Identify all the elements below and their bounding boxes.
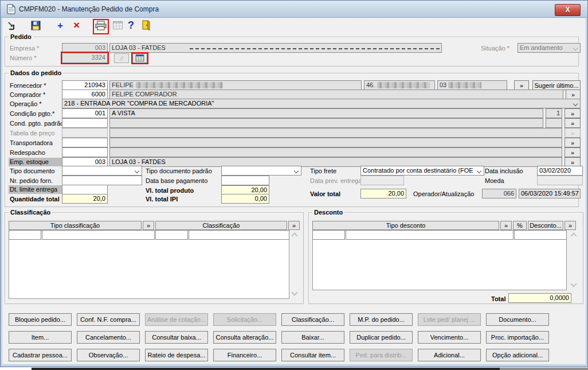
desconto-row-cell[interactable]	[346, 230, 513, 240]
redespacho-label: Redespacho	[10, 149, 45, 157]
button-opcao-adicional[interactable]: Opção adicional...	[486, 349, 549, 361]
condicao-lookup-button[interactable]: »	[565, 108, 581, 118]
button-documento[interactable]: Documento...	[486, 313, 549, 326]
add-icon[interactable]: +	[57, 20, 63, 32]
button-vencimento[interactable]: Vencimento...	[418, 331, 481, 344]
button-cancelamento[interactable]: Cancelamento...	[77, 331, 140, 344]
button-baixar[interactable]: Baixar...	[281, 331, 344, 344]
col-header-classificacao[interactable]: Classificação	[155, 221, 287, 230]
nr-pedido-forn-field[interactable]	[62, 176, 142, 185]
fornecedor-cnpj-field: 46.	[364, 80, 435, 90]
scroll-down-icon[interactable]	[291, 289, 297, 295]
classificacao-list-area[interactable]	[9, 230, 289, 299]
group-dados-title: Dados do pedido	[9, 69, 63, 77]
operacao-dropdown[interactable]: 218 - ENTRADA POR "COMPRA DE MERCADORIA"	[62, 99, 581, 108]
button-consulta-alteracao[interactable]: Consulta alteração...	[213, 331, 276, 344]
col-header-lookup[interactable]: »	[565, 221, 576, 230]
button-duplicar-pedido[interactable]: Duplicar pedido...	[350, 331, 413, 344]
scroll-down-icon[interactable]	[570, 281, 577, 287]
col-header-tipo-desconto[interactable]: Tipo desconto	[312, 221, 499, 230]
situacao-label: Situação *	[481, 44, 509, 53]
button-classificacao[interactable]: Classificação...	[281, 313, 344, 326]
button-financeiro[interactable]: Financeiro...	[213, 349, 276, 361]
button-mp-do-pedido[interactable]: M.P. do pedido...	[350, 313, 413, 326]
col-header-tipo-classificacao[interactable]: Tipo classificação	[9, 221, 142, 230]
navigate-record-icon[interactable]	[7, 21, 18, 33]
group-pedido: Pedido Empresa * 003 LOJA 03 - FATDES Si…	[5, 37, 579, 67]
tabela-preco-desc-field	[109, 128, 562, 138]
window-client-area: + × ? Pedido Empresa * 003 LOJA 03 - FAT…	[2, 18, 586, 364]
group-pedido-title: Pedido	[9, 33, 33, 41]
transportadora-code-field[interactable]	[62, 138, 108, 147]
desconto-row-cell[interactable]	[514, 230, 567, 240]
button-item[interactable]: Item...	[9, 331, 72, 344]
comprador-code-field[interactable]: 6000	[62, 89, 108, 99]
situacao-dropdown: Em andamento	[518, 43, 581, 53]
tabela-preco-lookup-button: »	[565, 128, 581, 138]
action-button-grid: Bloqueio pedido... Conf. N.F. compra... …	[9, 313, 549, 361]
cond-padrao-code-field[interactable]	[62, 118, 108, 128]
comprador-name-field: FELIPE COMPRADOR	[109, 89, 563, 99]
button-adicional[interactable]: Adicional...	[418, 349, 481, 361]
sugerir-ultimo-button[interactable]: Sugerir último...	[532, 80, 581, 90]
condicao-code-field[interactable]: 001	[62, 108, 108, 118]
redacted-text	[377, 82, 430, 88]
help-icon[interactable]: ?	[128, 20, 134, 31]
data-base-pagamento-label: Data base pagamento	[146, 177, 207, 185]
tipo-doc-padrao-dropdown[interactable]	[221, 166, 301, 176]
col-header-lookup[interactable]: »	[500, 221, 512, 230]
dt-limite-entrega-field[interactable]	[62, 185, 108, 194]
redespacho-code-field[interactable]	[62, 147, 108, 157]
print-icon-highlight[interactable]	[93, 19, 109, 34]
delete-icon[interactable]: ×	[73, 20, 80, 31]
button-consultar-item[interactable]: Consultar item...	[281, 349, 344, 361]
scroll-up-icon[interactable]	[291, 232, 297, 239]
tipo-frete-dropdown[interactable]: Contratado por conta destinatário (FOE	[360, 166, 484, 176]
tipo-documento-dropdown[interactable]	[62, 166, 142, 176]
cond-padrao-lookup-button[interactable]: »	[565, 118, 581, 128]
fornecedor-code-field[interactable]: 210943	[62, 80, 108, 90]
col-header-desconto[interactable]: Desconto...	[528, 221, 563, 230]
condicao-desc-field: A VISTA	[109, 108, 543, 118]
exit-door-icon[interactable]	[142, 20, 150, 33]
comprador-lookup-button[interactable]: »	[566, 89, 581, 99]
tipo-doc-padrao-label: Tipo documento padrão	[146, 167, 212, 176]
save-icon[interactable]	[31, 21, 41, 33]
button-proc-importacao[interactable]: Proc. importação...	[486, 331, 549, 344]
button-conf-nf-compra[interactable]: Conf. N.F. compra...	[77, 313, 140, 326]
classificacao-row-cell[interactable]	[9, 230, 41, 240]
cond-padrao-parcelas-field	[546, 118, 562, 128]
data-base-pagamento-field[interactable]	[221, 176, 269, 185]
fornecedor-lookup-button[interactable]: »	[514, 80, 529, 90]
button-cadastrar-pessoa[interactable]: Cadastrar pessoa...	[9, 349, 72, 361]
col-header-lookup[interactable]: »	[288, 221, 300, 230]
operador-code-field: 066	[482, 189, 516, 198]
browse-button[interactable]	[132, 53, 147, 63]
emp-estoque-label: Emp. estoque	[9, 158, 64, 166]
col-header-percent[interactable]: %	[513, 221, 527, 230]
close-button[interactable]: X	[555, 4, 581, 16]
classificacao-row-cell[interactable]	[42, 230, 155, 240]
desconto-row-cell[interactable]	[312, 230, 345, 240]
vl-total-ipi-field: 0,00	[221, 194, 269, 204]
transportadora-lookup-button[interactable]: »	[565, 138, 581, 147]
button-bloqueio-pedido[interactable]: Bloqueio pedido...	[9, 313, 72, 326]
numero-label: Número *	[10, 54, 36, 63]
background-strip-gray	[500, 368, 588, 370]
scroll-up-icon[interactable]	[570, 232, 577, 239]
redacted-text	[136, 82, 223, 88]
button-consultar-baixa[interactable]: Consultar baixa...	[145, 331, 208, 344]
fornecedor-loja-field: 03	[437, 80, 507, 90]
chevron-down-icon	[573, 46, 578, 50]
classificacao-row-cell[interactable]	[189, 230, 289, 240]
button-observacao[interactable]: Observação...	[77, 349, 140, 361]
quantidade-total-field: 20,0	[62, 194, 108, 204]
emp-estoque-desc-field: LOJA 03 - FATDES	[109, 157, 562, 167]
classificacao-row-cell[interactable]	[155, 230, 188, 240]
col-header-lookup[interactable]: »	[143, 221, 154, 230]
chevron-down-icon	[477, 169, 481, 173]
button-rateio-despesa[interactable]: Rateio de despesa...	[145, 349, 208, 361]
data-inclusao-field[interactable]: 03/02/2020	[537, 166, 583, 176]
redespacho-lookup-button[interactable]: »	[565, 147, 581, 157]
data-prev-entrega-label: Data prev. entrega	[310, 177, 362, 185]
